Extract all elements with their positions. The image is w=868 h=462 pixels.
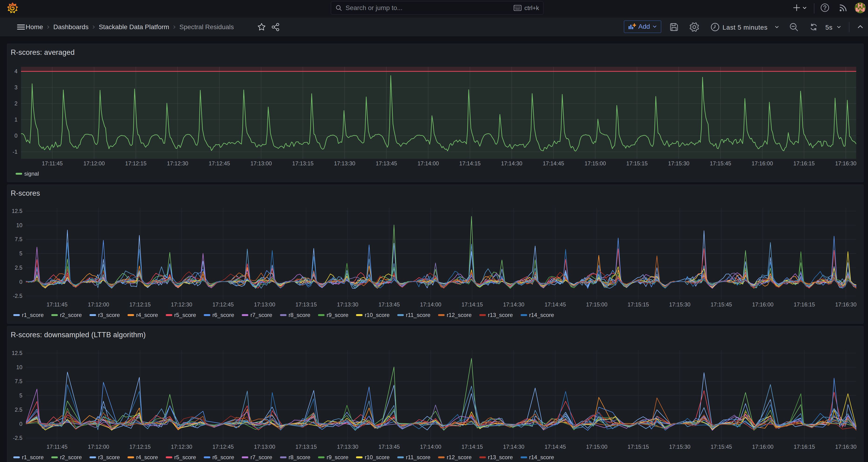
svg-text:17:13:30: 17:13:30	[334, 160, 355, 166]
svg-text:17:12:45: 17:12:45	[209, 160, 230, 166]
svg-text:17:11:45: 17:11:45	[46, 302, 68, 308]
svg-text:17:16:15: 17:16:15	[794, 302, 815, 308]
svg-text:2.5: 2.5	[15, 407, 22, 413]
svg-text:17:15:30: 17:15:30	[669, 444, 690, 450]
svg-text:17:15:45: 17:15:45	[710, 160, 731, 166]
svg-text:17:16:30: 17:16:30	[835, 444, 856, 450]
svg-text:17:12:15: 17:12:15	[129, 444, 151, 450]
svg-text:17:15:45: 17:15:45	[711, 444, 732, 450]
svg-text:17:15:30: 17:15:30	[668, 160, 689, 166]
svg-text:17:11:45: 17:11:45	[42, 160, 63, 166]
svg-text:17:11:45: 17:11:45	[46, 444, 68, 450]
svg-text:7.5: 7.5	[15, 236, 22, 242]
svg-text:17:15:00: 17:15:00	[585, 160, 606, 166]
svg-text:17:13:00: 17:13:00	[254, 302, 275, 308]
svg-text:17:12:45: 17:12:45	[212, 444, 234, 450]
svg-text:17:15:30: 17:15:30	[669, 302, 690, 308]
svg-text:17:16:30: 17:16:30	[835, 160, 856, 166]
svg-text:1: 1	[14, 117, 18, 123]
svg-text:17:14:45: 17:14:45	[545, 302, 566, 308]
svg-text:17:13:00: 17:13:00	[250, 160, 272, 166]
svg-text:17:12:30: 17:12:30	[171, 444, 192, 450]
svg-text:-2.5: -2.5	[13, 293, 23, 299]
svg-text:17:13:45: 17:13:45	[376, 160, 397, 166]
svg-text:17:16:00: 17:16:00	[752, 302, 773, 308]
svg-text:17:14:45: 17:14:45	[545, 444, 566, 450]
svg-text:17:14:30: 17:14:30	[503, 302, 524, 308]
svg-text:17:15:45: 17:15:45	[711, 302, 732, 308]
svg-text:12.5: 12.5	[12, 208, 22, 214]
svg-text:17:15:15: 17:15:15	[628, 444, 649, 450]
svg-text:-1: -1	[12, 149, 18, 155]
svg-text:17:14:30: 17:14:30	[501, 160, 522, 166]
svg-text:17:12:30: 17:12:30	[171, 302, 192, 308]
svg-text:12.5: 12.5	[12, 350, 22, 356]
svg-text:17:16:30: 17:16:30	[835, 302, 856, 308]
svg-text:17:16:15: 17:16:15	[794, 444, 815, 450]
svg-text:17:15:15: 17:15:15	[628, 302, 649, 308]
svg-text:-2.5: -2.5	[13, 435, 23, 441]
svg-text:5: 5	[19, 393, 22, 399]
svg-text:17:13:15: 17:13:15	[296, 444, 317, 450]
svg-text:17:13:45: 17:13:45	[378, 302, 400, 308]
svg-text:17:14:00: 17:14:00	[420, 444, 441, 450]
svg-text:2.5: 2.5	[15, 265, 22, 271]
svg-text:17:13:30: 17:13:30	[337, 302, 358, 308]
svg-text:17:13:00: 17:13:00	[254, 444, 275, 450]
svg-text:17:13:30: 17:13:30	[337, 444, 358, 450]
svg-text:0: 0	[19, 421, 22, 427]
svg-text:17:14:30: 17:14:30	[503, 444, 524, 450]
svg-text:0: 0	[19, 279, 22, 285]
svg-text:17:13:15: 17:13:15	[292, 160, 313, 166]
svg-text:4: 4	[14, 68, 18, 74]
svg-text:17:13:15: 17:13:15	[296, 302, 317, 308]
svg-text:17:12:00: 17:12:00	[88, 302, 109, 308]
svg-text:7.5: 7.5	[15, 378, 22, 384]
svg-text:17:14:45: 17:14:45	[543, 160, 564, 166]
svg-text:17:14:15: 17:14:15	[462, 302, 483, 308]
svg-text:17:14:15: 17:14:15	[462, 444, 483, 450]
svg-text:2: 2	[14, 100, 18, 106]
svg-text:17:12:15: 17:12:15	[125, 160, 147, 166]
svg-text:17:13:45: 17:13:45	[378, 444, 400, 450]
svg-text:17:16:00: 17:16:00	[752, 444, 773, 450]
svg-text:17:16:00: 17:16:00	[752, 160, 773, 166]
svg-text:5: 5	[19, 250, 22, 256]
svg-text:17:15:00: 17:15:00	[586, 444, 607, 450]
svg-text:17:12:30: 17:12:30	[167, 160, 188, 166]
svg-text:17:14:15: 17:14:15	[459, 160, 480, 166]
svg-text:10: 10	[16, 364, 22, 370]
svg-text:17:12:00: 17:12:00	[84, 160, 105, 166]
svg-text:17:15:15: 17:15:15	[626, 160, 647, 166]
svg-text:3: 3	[14, 85, 18, 91]
svg-text:17:12:15: 17:12:15	[129, 302, 151, 308]
svg-text:10: 10	[16, 222, 22, 228]
svg-text:17:14:00: 17:14:00	[417, 160, 439, 166]
svg-text:17:12:45: 17:12:45	[212, 302, 234, 308]
svg-text:0: 0	[14, 133, 18, 139]
svg-text:17:16:15: 17:16:15	[794, 160, 815, 166]
svg-text:17:15:00: 17:15:00	[586, 302, 607, 308]
svg-text:17:14:00: 17:14:00	[420, 302, 441, 308]
svg-text:17:12:00: 17:12:00	[88, 444, 109, 450]
